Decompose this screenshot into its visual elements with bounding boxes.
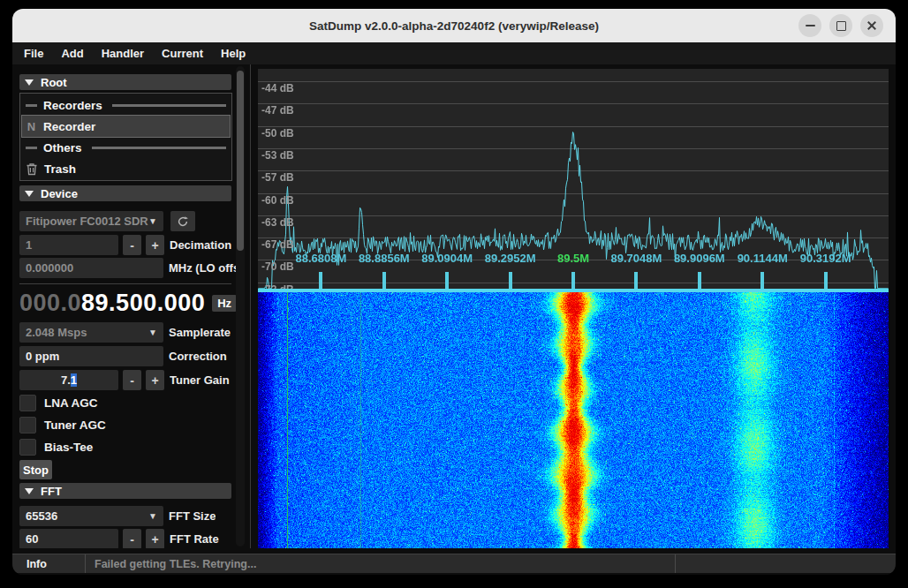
- freq-tick: [509, 272, 512, 289]
- db-axis-label: -67 dB: [261, 238, 294, 251]
- collapse-triangle-icon: [25, 488, 34, 494]
- chevron-down-icon: ▼: [148, 216, 157, 226]
- fft-rate-label: FFT Rate: [170, 532, 219, 546]
- freq-axis-label: 88.8856M: [359, 252, 410, 265]
- tuner-agc-checkbox[interactable]: [19, 417, 36, 433]
- freq-tick: [760, 272, 764, 289]
- decimation-input[interactable]: 1: [19, 235, 118, 255]
- db-axis-label: -60 dB: [261, 194, 294, 207]
- menu-file[interactable]: File: [15, 42, 52, 64]
- db-axis-label: -47 dB: [261, 104, 294, 117]
- stop-button[interactable]: Stop: [19, 460, 52, 479]
- status-bar: Info Failed getting TLEs. Retrying...: [12, 554, 896, 573]
- decimation-label: Decimation: [170, 238, 231, 252]
- correction-label: Correction: [169, 350, 227, 363]
- maximize-button[interactable]: [829, 14, 852, 37]
- freq-axis-label: 89.7048M: [610, 252, 662, 265]
- freq-axis-label: 90.1144M: [738, 252, 788, 265]
- waterfall-canvas[interactable]: [258, 292, 889, 548]
- db-axis-label: -73 dB: [261, 283, 294, 289]
- db-axis-label: -50 dB: [261, 127, 294, 139]
- correction-input[interactable]: 0 ppm: [19, 346, 163, 366]
- minimize-button[interactable]: [798, 14, 821, 37]
- collapse-triangle-icon: [25, 191, 34, 197]
- lo-offset-input[interactable]: 0.000000: [19, 258, 163, 278]
- decimation-minus-button[interactable]: -: [123, 235, 141, 255]
- group-dash-icon: [26, 147, 37, 149]
- refresh-devices-button[interactable]: [170, 211, 195, 231]
- fft-size-label: FFT Size: [169, 509, 216, 523]
- device-section-header[interactable]: Device: [19, 185, 231, 201]
- freq-axis-label: 89.0904M: [421, 252, 473, 265]
- tuner-gain-input[interactable]: 7.1: [19, 370, 118, 390]
- scrollbar-thumb[interactable]: [237, 71, 244, 251]
- handler-tree: Recorders N Recorder Others: [19, 93, 232, 181]
- chevron-down-icon: ▼: [148, 328, 157, 337]
- db-axis-label: -57 dB: [261, 171, 294, 184]
- samplerate-select[interactable]: 2.048 Msps ▼: [19, 322, 163, 343]
- window-title: SatDump v2.0.0-alpha-2d70240f2 (verywip/…: [309, 19, 599, 33]
- db-axis-label: -70 dB: [261, 260, 294, 273]
- sidebar-scrollbar[interactable]: [236, 66, 245, 547]
- frequency-display[interactable]: 000.089.500.000 Hz: [19, 290, 238, 317]
- menu-help[interactable]: Help: [212, 42, 254, 64]
- tree-item-trash[interactable]: Trash: [22, 158, 230, 179]
- db-axis-label: -53 dB: [261, 149, 294, 162]
- minimize-icon: [806, 25, 815, 26]
- freq-tick: [634, 272, 638, 289]
- freq-axis-label: 89.2952M: [485, 252, 536, 265]
- recorder-n-icon: N: [26, 120, 37, 133]
- tuner-gain-minus-button[interactable]: -: [123, 370, 141, 390]
- maximize-icon: [836, 21, 846, 31]
- menu-current[interactable]: Current: [153, 42, 212, 64]
- close-icon: [866, 20, 877, 31]
- status-message: Failed getting TLEs. Retrying...: [86, 554, 676, 573]
- group-line: [112, 104, 226, 107]
- tree-group-others[interactable]: Others: [22, 137, 230, 158]
- menu-bar: File Add Handler Current Help: [12, 42, 896, 64]
- spectrum-panel: -44 dB-47 dB-50 dB-53 dB-57 dB-60 dB-63 …: [258, 69, 889, 548]
- freq-axis-label: 89.9096M: [674, 252, 725, 265]
- db-axis-label: -63 dB: [261, 216, 294, 229]
- status-info-label: Info: [12, 554, 86, 573]
- freq-axis-label-center: 89.5M: [557, 252, 589, 265]
- fft-size-select[interactable]: 65536 ▼: [19, 506, 163, 526]
- tuner-gain-label: Tuner Gain: [170, 373, 230, 387]
- root-section-header[interactable]: Root: [19, 74, 231, 90]
- chevron-down-icon: ▼: [148, 511, 157, 521]
- waterfall-plot[interactable]: [258, 292, 889, 548]
- device-source-select[interactable]: Fitipower FC0012 SDR ▼: [19, 211, 163, 231]
- samplerate-label: Samplerate: [169, 326, 231, 339]
- fft-rate-minus-button[interactable]: -: [123, 529, 141, 548]
- tuner-gain-plus-button[interactable]: +: [146, 370, 164, 390]
- db-axis-label: -44 dB: [261, 82, 294, 94]
- frequency-unit-badge[interactable]: Hz: [212, 295, 237, 312]
- title-bar[interactable]: SatDump v2.0.0-alpha-2d70240f2 (verywip/…: [12, 9, 896, 42]
- freq-tick: [571, 272, 575, 289]
- panel-splitter[interactable]: [250, 64, 251, 548]
- sidebar: Root Recorders N Recorder Others: [19, 64, 238, 548]
- menu-handler[interactable]: Handler: [93, 42, 153, 64]
- bias-tee-checkbox[interactable]: [19, 439, 36, 456]
- fft-plot[interactable]: -44 dB-47 dB-50 dB-53 dB-57 dB-60 dB-63 …: [258, 69, 889, 289]
- lna-agc-label: LNA AGC: [44, 396, 98, 410]
- fft-rate-input[interactable]: 60: [19, 529, 118, 548]
- group-dash-icon: [26, 104, 37, 107]
- close-button[interactable]: [860, 14, 883, 37]
- fft-rate-plus-button[interactable]: +: [146, 529, 164, 548]
- refresh-icon: [177, 215, 189, 228]
- tree-item-recorder[interactable]: N Recorder: [22, 116, 230, 137]
- freq-tick: [319, 272, 322, 289]
- separator: [19, 283, 231, 284]
- lna-agc-checkbox[interactable]: [19, 395, 36, 411]
- group-line: [92, 147, 226, 149]
- frequency-value: 89.500.000: [81, 290, 205, 316]
- freq-tick: [698, 272, 701, 289]
- tree-group-recorders[interactable]: Recorders: [22, 94, 230, 116]
- freq-tick: [824, 272, 828, 289]
- menu-add[interactable]: Add: [52, 42, 92, 64]
- freq-tick: [382, 272, 386, 289]
- decimation-plus-button[interactable]: +: [146, 235, 164, 255]
- fft-section-header[interactable]: FFT: [19, 483, 231, 499]
- trash-icon: [26, 162, 38, 176]
